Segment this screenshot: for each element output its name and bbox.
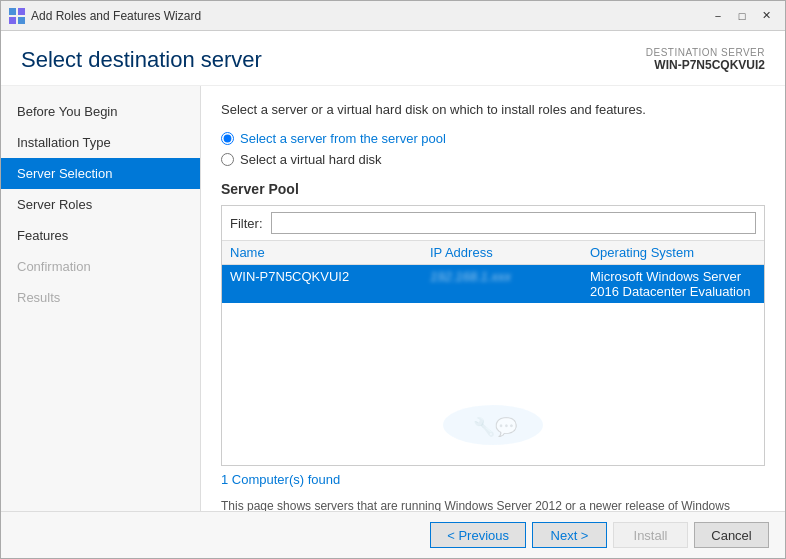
window-title: Add Roles and Features Wizard (31, 9, 201, 23)
table-header: Name IP Address Operating System (222, 241, 764, 265)
info-line-1: This page shows servers that are running… (221, 499, 730, 511)
title-bar: Add Roles and Features Wizard − □ ✕ (1, 1, 785, 31)
nav-item-confirmation: Confirmation (1, 251, 200, 282)
radio-virtual-disk-input[interactable] (221, 153, 234, 166)
svg-rect-1 (18, 8, 25, 15)
destination-server-label: DESTINATION SERVER (646, 47, 765, 58)
previous-button[interactable]: < Previous (430, 522, 526, 548)
radio-server-pool-input[interactable] (221, 132, 234, 145)
cancel-button[interactable]: Cancel (694, 522, 769, 548)
left-nav: Before You BeginInstallation TypeServer … (1, 86, 201, 511)
svg-rect-2 (9, 17, 16, 24)
table-body: WIN-P7N5CQKVUI2 192.168.1.xxx Microsoft … (222, 265, 764, 385)
close-button[interactable]: ✕ (755, 6, 777, 26)
col-header-ip[interactable]: IP Address (430, 245, 590, 260)
destination-server-info: DESTINATION SERVER WIN-P7N5CQKVUI2 (646, 47, 765, 72)
filter-row: Filter: (222, 206, 764, 241)
filter-label: Filter: (230, 216, 263, 231)
destination-server-name: WIN-P7N5CQKVUI2 (646, 58, 765, 72)
nav-item-results: Results (1, 282, 200, 313)
cell-os: Microsoft Windows Server 2016 Datacenter… (590, 269, 756, 299)
next-button[interactable]: Next > (532, 522, 607, 548)
wizard-window: Add Roles and Features Wizard − □ ✕ Sele… (0, 0, 786, 559)
svg-rect-0 (9, 8, 16, 15)
main-panel: Select a server or a virtual hard disk o… (201, 86, 785, 511)
watermark-area: 🔧 💬 (222, 385, 764, 465)
col-header-os[interactable]: Operating System (590, 245, 756, 260)
app-icon (9, 8, 25, 24)
radio-server-pool[interactable]: Select a server from the server pool (221, 131, 765, 146)
nav-item-installation-type[interactable]: Installation Type (1, 127, 200, 158)
instruction-text: Select a server or a virtual hard disk o… (221, 102, 765, 117)
found-text: 1 Computer(s) found (221, 472, 765, 487)
table-row[interactable]: WIN-P7N5CQKVUI2 192.168.1.xxx Microsoft … (222, 265, 764, 303)
install-button[interactable]: Install (613, 522, 688, 548)
nav-item-before-you-begin[interactable]: Before You Begin (1, 96, 200, 127)
info-text: This page shows servers that are running… (221, 497, 765, 511)
cell-name: WIN-P7N5CQKVUI2 (230, 269, 430, 299)
filter-input[interactable] (271, 212, 757, 234)
server-pool-title: Server Pool (221, 181, 765, 197)
nav-item-features[interactable]: Features (1, 220, 200, 251)
cell-ip: 192.168.1.xxx (430, 269, 590, 299)
svg-text:💬: 💬 (495, 416, 518, 438)
content-area: Before You BeginInstallation TypeServer … (1, 86, 785, 511)
maximize-button[interactable]: □ (731, 6, 753, 26)
svg-rect-3 (18, 17, 25, 24)
page-header: Select destination server DESTINATION SE… (1, 31, 785, 86)
page-title: Select destination server (21, 47, 262, 73)
footer: < Previous Next > Install Cancel (1, 511, 785, 558)
nav-item-server-roles[interactable]: Server Roles (1, 189, 200, 220)
svg-text:🔧: 🔧 (473, 416, 496, 438)
radio-server-pool-label: Select a server from the server pool (240, 131, 446, 146)
server-pool-box: Filter: Name IP Address Operating System… (221, 205, 765, 466)
col-header-name[interactable]: Name (230, 245, 430, 260)
nav-item-server-selection[interactable]: Server Selection (1, 158, 200, 189)
radio-group: Select a server from the server pool Sel… (221, 131, 765, 167)
radio-virtual-disk-label: Select a virtual hard disk (240, 152, 382, 167)
title-bar-left: Add Roles and Features Wizard (9, 8, 201, 24)
minimize-button[interactable]: − (707, 6, 729, 26)
radio-virtual-disk[interactable]: Select a virtual hard disk (221, 152, 765, 167)
main-content: Select a server or a virtual hard disk o… (201, 86, 785, 511)
title-bar-controls: − □ ✕ (707, 6, 777, 26)
watermark-icon: 🔧 💬 (433, 395, 553, 455)
